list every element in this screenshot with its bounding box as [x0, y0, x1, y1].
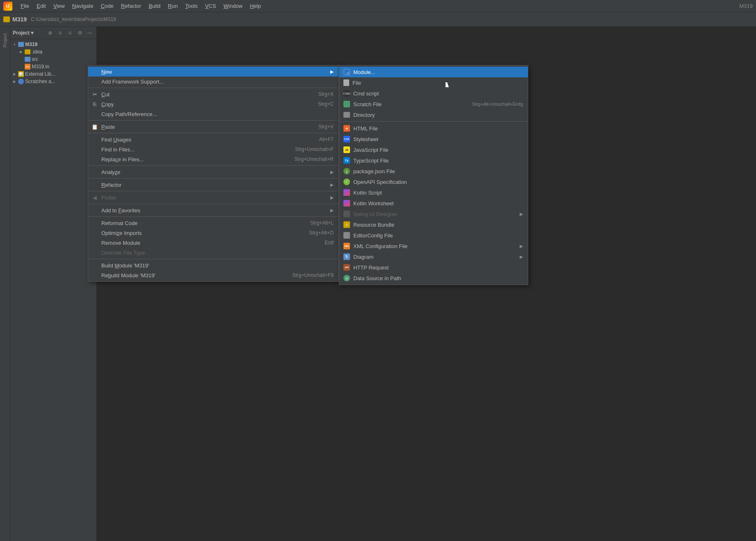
- sm-editorconfig-icon: [343, 232, 350, 239]
- toolbar-minimize-btn[interactable]: —: [86, 29, 94, 37]
- toolbar-locate-btn[interactable]: ⊕: [46, 29, 54, 37]
- vertical-sidebar: Project: [0, 27, 10, 541]
- sm-editorconfig[interactable]: EditorConfig File: [339, 230, 528, 241]
- sm-css-icon: CSS: [343, 136, 350, 142]
- cm-find-usages[interactable]: Find Usages Alt+F7: [88, 135, 338, 144]
- cm-analyze-label: Analyze: [101, 169, 120, 175]
- sm-javascript-file[interactable]: JS JavaScript File: [339, 144, 528, 155]
- cm-refactor[interactable]: Refactor ▶: [88, 180, 338, 190]
- root-folder-icon: [18, 42, 24, 47]
- menu-edit[interactable]: Edit: [33, 2, 49, 10]
- cm-copy-shortcut: Strg+C: [318, 101, 334, 107]
- sm-xml-config[interactable]: XML XML Configuration File ▶: [339, 241, 528, 251]
- extlib-arrow: ▶: [12, 72, 17, 77]
- sm-openapi[interactable]: ✓ OpenAPI Specification: [339, 176, 528, 187]
- app-logo: IJ: [3, 2, 12, 11]
- sm-js-icon: JS: [343, 146, 350, 153]
- sm-scratch-label: Scratch File: [353, 101, 382, 107]
- project-panel: Project ▾ ⊕ ≡ ≡ ⚙ — ▾ M319 ▶ .idea ▶: [10, 27, 97, 541]
- panel-title: Project ▾: [13, 30, 33, 36]
- menu-refactor[interactable]: Refactor: [118, 2, 145, 10]
- sm-editorconfig-label: EditorConfig File: [353, 232, 393, 239]
- menu-help[interactable]: Help: [247, 2, 264, 10]
- sm-file-label: File: [352, 80, 361, 86]
- cm-copy-path[interactable]: Copy Path/Reference...: [88, 109, 338, 119]
- sm-module[interactable]: Module...: [339, 67, 528, 77]
- cm-add-to-favorites[interactable]: Add to Favorites ▶: [88, 205, 338, 215]
- menu-build[interactable]: Build: [145, 2, 164, 10]
- tree-external-libs[interactable]: ▶ 📊 External Lib...: [10, 70, 96, 78]
- cm-copy-path-label: Copy Path/Reference...: [101, 111, 157, 117]
- sm-kotlin-script[interactable]: Kotlin Script: [339, 187, 528, 198]
- sm-diagram[interactable]: ⇅ Diagram ▶: [339, 251, 528, 262]
- menu-navigate[interactable]: Navigate: [69, 2, 96, 10]
- cm-remove-module[interactable]: Remove Module Entf: [88, 238, 338, 248]
- menu-code[interactable]: Code: [98, 2, 117, 10]
- cm-rebuild-module[interactable]: Rebuild Module 'M319' Strg+Umschalt+F9: [88, 270, 338, 280]
- sm-file[interactable]: File: [339, 77, 528, 88]
- sm-openapi-icon: ✓: [343, 179, 350, 185]
- toolbar-expand-btn[interactable]: ≡: [66, 29, 74, 37]
- menu-run[interactable]: Run: [165, 2, 181, 10]
- cm-remove-module-shortcut: Entf: [325, 240, 334, 246]
- sm-resource-bundle[interactable]: ≡ Resource Bundle: [339, 219, 528, 230]
- tree-src[interactable]: ▶ src: [10, 56, 96, 63]
- sm-scratch-shortcut: Strg+Alt+Umschalt+Einfg: [472, 102, 523, 107]
- cm-cut-icon: ✂: [91, 91, 99, 98]
- cm-paste-label: Paste: [101, 124, 115, 130]
- cm-cut[interactable]: ✂ Cut Strg+X: [88, 89, 338, 99]
- tree-idea[interactable]: ▶ .idea: [10, 48, 96, 56]
- cm-add-to-favorites-arrow: ▶: [330, 208, 334, 213]
- menu-view[interactable]: View: [50, 2, 68, 10]
- menu-tools[interactable]: Tools: [182, 2, 201, 10]
- sm-directory[interactable]: Directory: [339, 109, 528, 120]
- sm-stylesheet[interactable]: CSS Stylesheet: [339, 134, 528, 144]
- sm-sep1: [339, 121, 528, 122]
- sm-cmd-icon: CMD: [343, 90, 350, 97]
- cm-flutter-icon: ◀: [91, 195, 99, 201]
- toolbar-collapse-btn[interactable]: ≡: [56, 29, 64, 37]
- sm-kotlin-worksheet[interactable]: Kotlin Worksheet: [339, 198, 528, 209]
- tree-m319in[interactable]: ▶ IML M319.in: [10, 63, 96, 70]
- sm-datasource[interactable]: ◎ Data Source in Path: [339, 273, 528, 283]
- scratches-arrow: ▶: [12, 79, 17, 84]
- cm-sep7: [88, 204, 338, 204]
- panel-toolbar: Project ▾ ⊕ ≡ ≡ ⚙ —: [10, 27, 96, 39]
- menu-window[interactable]: Window: [220, 2, 246, 10]
- sm-package-json[interactable]: {} package.json File: [339, 166, 528, 176]
- sm-module-icon: [343, 69, 350, 75]
- cm-add-framework[interactable]: Add Framework Support...: [88, 77, 338, 86]
- sidebar-project-tab[interactable]: Project: [1, 30, 9, 51]
- cm-replace-in-files[interactable]: Replace in Files... Strg+Umschalt+R: [88, 154, 338, 164]
- cm-analyze[interactable]: Analyze ▶: [88, 167, 338, 177]
- scratches-label: Scratches a...: [25, 79, 55, 84]
- sm-swing-icon: [343, 211, 350, 217]
- sm-cmd-script[interactable]: CMD Cmd script: [339, 88, 528, 99]
- cm-add-framework-label: Add Framework Support...: [101, 79, 164, 85]
- sm-typescript-file[interactable]: TS TypeScript File: [339, 155, 528, 166]
- cm-reformat-code[interactable]: Reformat Code Strg+Alt+L: [88, 218, 338, 228]
- sm-typescript-label: TypeScript File: [353, 158, 389, 164]
- sm-file-icon: [343, 79, 349, 86]
- sm-html-file[interactable]: H HTML File: [339, 123, 528, 134]
- cm-find-in-files[interactable]: Find in Files... Strg+Umschalt+F: [88, 144, 338, 154]
- menu-vcs[interactable]: VCS: [202, 2, 219, 10]
- tree-scratches[interactable]: ▶ Scratches a...: [10, 78, 96, 85]
- cm-optimize-imports[interactable]: Optimize Imports Strg+Alt+O: [88, 228, 338, 238]
- cm-copy-icon: ⎘: [91, 101, 99, 107]
- sm-scratch-file[interactable]: Scratch File Strg+Alt+Umschalt+Einfg: [339, 99, 528, 109]
- toolbar-settings-btn[interactable]: ⚙: [76, 29, 84, 37]
- sm-xml-label: XML Configuration File: [353, 243, 408, 249]
- extlib-icon: 📊: [18, 71, 24, 77]
- cm-find-usages-label: Find Usages: [101, 137, 131, 143]
- cm-copy[interactable]: ⎘ Copy Strg+C: [88, 99, 338, 109]
- menu-file[interactable]: File: [17, 2, 33, 10]
- cm-paste[interactable]: 📋 Paste Strg+V: [88, 122, 338, 132]
- cm-add-to-favorites-label: Add to Favorites: [101, 207, 140, 214]
- sm-http-request[interactable]: API HTTP Request: [339, 262, 528, 273]
- sm-datasource-label: Data Source in Path: [353, 275, 401, 281]
- cm-build-module[interactable]: Build Module 'M319': [88, 260, 338, 270]
- tree-root[interactable]: ▾ M319: [10, 41, 96, 48]
- cm-new[interactable]: New ▶: [88, 67, 338, 77]
- cm-paste-shortcut: Strg+V: [318, 124, 334, 130]
